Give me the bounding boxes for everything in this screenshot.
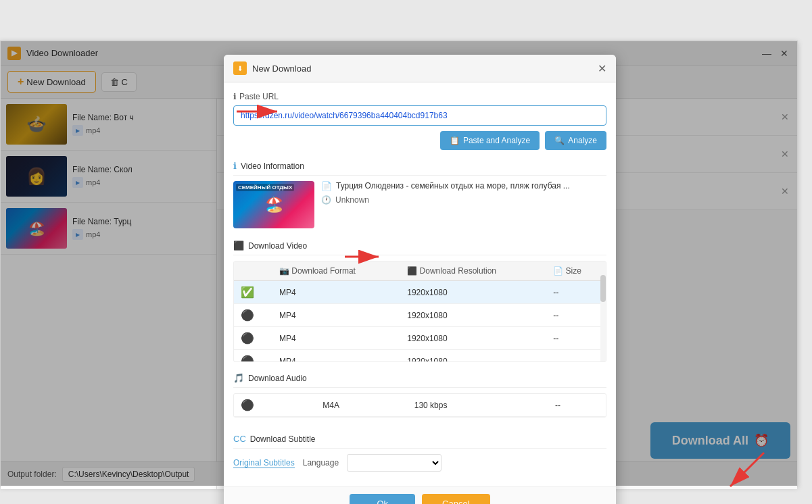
col-size: 📄 Size [546,261,606,281]
audio-table-container[interactable]: ⚫ M4A 130 kbps -- [233,393,606,418]
info-icon: ℹ [233,92,237,101]
radio-unselected-icon: ⚫ [241,309,254,321]
ok-button[interactable]: Ok [350,494,415,504]
table-row[interactable]: ⚫ M4A 130 kbps -- [234,394,606,417]
new-download-modal: ⬇ New Download ✕ ℹ Paste URL 📋 [224,55,616,504]
video-thumbnail: СЕМЕЙНЫЙ ОТДЫХ 🏖️ [233,181,314,228]
video-table-container[interactable]: 📷 Download Format ⬛ Download Resolution … [233,261,606,362]
beach-emoji: 🏖️ [265,196,283,213]
download-video-section: ⬛ Download Video 📷 Download Format [233,236,606,362]
paste-url-label: ℹ Paste URL [233,92,606,101]
resolution-cell: 130 kbps [408,394,548,417]
format-icon-th: 📷 [279,266,289,276]
table-row[interactable]: ⚫ MP4 1920x1080 -- [234,304,606,327]
radio-unselected-icon: ⚫ [241,399,254,411]
download-video-header: ⬛ Download Video [233,236,606,255]
size-cell: -- [546,350,606,363]
modal-overlay: ⬇ New Download ✕ ℹ Paste URL 📋 [1,41,797,486]
table-row[interactable]: ⚫ MP4 1920x1080 -- [234,350,606,363]
modal-footer: Ok Cancel [224,486,616,504]
video-duration-row: 🕐 Unknown [321,195,606,205]
analyze-button[interactable]: 🔍 Analyze [545,131,606,150]
clock-icon: 🕐 [321,195,331,205]
col-format: 📷 Download Format [272,261,400,281]
url-input[interactable] [233,105,606,126]
radio-unselected-icon: ⚫ [241,355,254,362]
download-audio-section: 🎵 Download Audio ⚫ M4A 130 kbps -- [233,369,606,418]
download-subtitle-section: CC Download Subtitle Original Subtitles … [233,424,606,477]
resolution-cell: 1920x1080 [400,281,546,304]
audio-format-table: ⚫ M4A 130 kbps -- [234,394,606,417]
col-select [234,261,272,281]
subtitle-header: CC Download Subtitle [233,430,606,449]
table-row[interactable]: ⚫ MP4 1920x1080 -- [234,327,606,350]
btn-row: 📋 Paste and Analyze 🔍 Analyze [233,131,606,150]
radio-selected-icon: ✅ [241,286,254,298]
paste-url-section: ℹ Paste URL 📋 Paste and Analyze 🔍 Analyz… [233,92,606,150]
document-icon: 📄 [321,181,332,191]
format-cell: MP4 [272,350,400,363]
modal-body: ℹ Paste URL 📋 Paste and Analyze 🔍 Analyz… [224,82,616,486]
subtitle-row: Original Subtitles Language [233,454,606,472]
info-circle-icon: ℹ [233,161,237,171]
modal-close-button[interactable]: ✕ [598,62,606,75]
cancel-button[interactable]: Cancel [422,494,489,504]
cc-icon: CC [233,434,246,444]
format-cell: M4A [316,394,407,417]
video-icon: ⬛ [233,241,244,251]
size-cell: -- [546,304,606,327]
resolution-cell: 1920x1080 [400,304,546,327]
modal-title-left: ⬇ New Download [233,61,311,75]
resolution-icon: ⬛ [407,266,417,276]
video-title-row: 📄 Турция Олюдениз - семейных отдых на мо… [321,181,606,191]
format-cell: MP4 [272,304,400,327]
video-duration: Unknown [335,195,369,205]
download-audio-header: 🎵 Download Audio [233,369,606,388]
app-window: ▶ Video Downloader — ✕ + New Download 🗑 … [0,41,798,486]
analyze-icon: 🔍 [554,136,565,145]
radio-unselected-icon: ⚫ [241,332,254,344]
video-meta: 📄 Турция Олюдениз - семейных отдых на мо… [321,181,606,205]
video-info-row: СЕМЕЙНЫЙ ОТДЫХ 🏖️ 📄 Турция Олюдениз - се… [233,181,606,228]
scrollbar-track [600,261,606,361]
format-cell: MP4 [272,327,400,350]
col-resolution: ⬛ Download Resolution [400,261,546,281]
video-format-table: 📷 Download Format ⬛ Download Resolution … [234,261,606,362]
video-title: Турция Олюдениз - семейных отдых на море… [336,181,570,191]
audio-icon: 🎵 [233,373,244,383]
scrollbar-thumb[interactable] [600,275,606,302]
table-row[interactable]: ✅ MP4 1920x1080 -- [234,281,606,304]
paste-analyze-button[interactable]: 📋 Paste and Analyze [440,131,540,150]
size-cell: -- [546,327,606,350]
size-icon: 📄 [553,266,563,276]
language-select[interactable] [347,454,441,472]
modal-icon: ⬇ [233,61,247,75]
resolution-cell: 1920x1080 [400,327,546,350]
video-info-header: ℹ Video Information [233,157,606,176]
format-cell: MP4 [272,281,400,304]
language-label: Language [303,458,339,468]
original-subtitles-link[interactable]: Original Subtitles [233,458,295,468]
resolution-cell: 1920x1080 [400,350,546,363]
size-cell: -- [546,281,606,304]
paste-icon: 📋 [450,136,460,145]
modal-title: New Download [252,64,311,74]
video-info-section: ℹ Video Information СЕМЕЙНЫЙ ОТДЫХ 🏖️ 📄 … [233,157,606,228]
modal-titlebar: ⬇ New Download ✕ [224,55,616,82]
size-cell: -- [548,394,606,417]
